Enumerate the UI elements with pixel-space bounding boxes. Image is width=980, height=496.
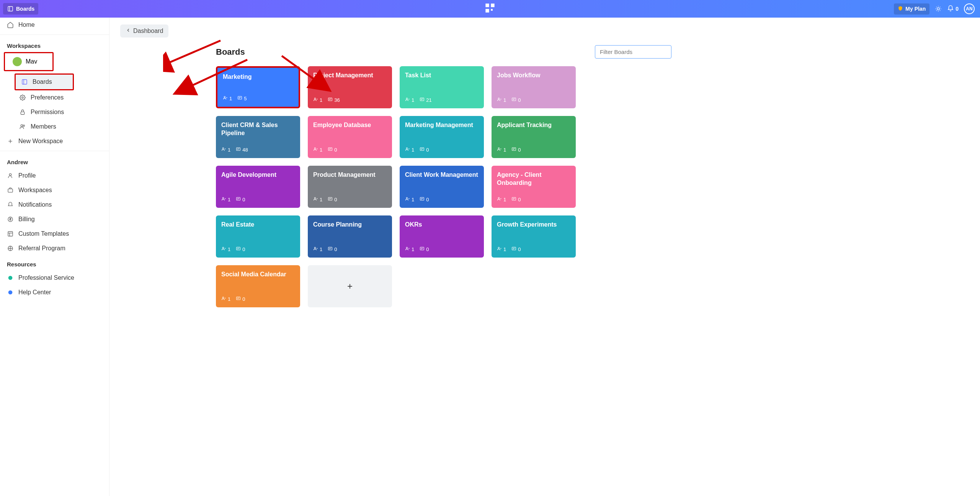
svg-point-83	[222, 247, 224, 248]
board-stats: 10	[221, 296, 295, 302]
sidebar-item-custom-templates[interactable]: Custom Templates	[0, 227, 109, 241]
cards-icon	[236, 147, 241, 153]
sidebar-item-help[interactable]: Help Center	[0, 285, 109, 300]
board-card[interactable]: OKRs10	[400, 215, 484, 258]
resources-section-label: Resources	[0, 256, 109, 271]
workspace-sub-members[interactable]: Members	[0, 119, 109, 134]
divider	[0, 34, 109, 35]
svg-line-12	[940, 10, 940, 11]
svg-rect-5	[491, 9, 493, 11]
svg-rect-18	[21, 112, 24, 114]
board-members-count: 1	[228, 147, 230, 153]
board-cards-stat: 0	[420, 246, 429, 252]
workspace-item-mav[interactable]: Mav	[4, 52, 54, 71]
board-card[interactable]: Jobs Workflow10	[492, 66, 576, 108]
workspace-sub-boards[interactable]: Boards	[15, 73, 74, 90]
board-title: Course Planning	[313, 221, 387, 229]
board-card[interactable]: Client CRM & Sales Pipeline148	[216, 116, 300, 158]
board-card[interactable]: Marketing15	[216, 66, 300, 108]
svg-rect-15	[22, 80, 27, 84]
board-card[interactable]: Course Planning10	[308, 215, 392, 258]
users-icon	[405, 196, 410, 202]
board-members-stat: 1	[221, 296, 230, 302]
board-stats: 10	[221, 196, 295, 202]
board-card[interactable]: Project Management136	[308, 66, 392, 108]
board-title: Growth Experiments	[497, 221, 570, 229]
users-icon	[405, 246, 410, 252]
svg-rect-2	[485, 3, 489, 7]
board-members-stat: 1	[221, 147, 230, 153]
svg-point-67	[222, 197, 224, 199]
board-card[interactable]: Task List121	[400, 66, 484, 108]
svg-rect-100	[237, 297, 240, 300]
board-stats: 15	[223, 95, 293, 101]
users-icon	[497, 147, 502, 153]
board-cards-count: 0	[334, 197, 337, 202]
board-stats: 10	[313, 147, 387, 153]
template-icon	[7, 230, 14, 237]
avatar-initials: AN	[966, 6, 972, 11]
sun-icon-button[interactable]	[935, 5, 942, 12]
boards-button[interactable]: Boards	[3, 3, 38, 15]
workspace-sub-label: Permissions	[31, 109, 64, 116]
board-card[interactable]: Applicant Tracking10	[492, 116, 576, 158]
board-card[interactable]: Agency - Client Onboarding10	[492, 166, 576, 208]
board-card[interactable]: Product Management10	[308, 166, 392, 208]
workspace-sub-preferences[interactable]: Preferences	[0, 90, 109, 105]
filter-boards-input[interactable]	[595, 45, 671, 59]
users-icon	[221, 296, 226, 302]
workspace-sub-label: Boards	[33, 78, 52, 85]
cards-icon	[328, 97, 333, 103]
user-section-label: Andrew	[0, 153, 109, 168]
svg-rect-0	[8, 7, 13, 11]
board-stats: 10	[497, 196, 570, 202]
board-title: Social Media Calendar	[221, 271, 295, 279]
dashboard-breadcrumb[interactable]: Dashboard	[120, 24, 168, 38]
dollar-icon	[7, 216, 14, 223]
sidebar-item-profile[interactable]: Profile	[0, 168, 109, 183]
board-cards-count: 0	[426, 197, 429, 202]
board-card[interactable]: Client Work Management10	[400, 166, 484, 208]
board-card[interactable]: Real Estate10	[216, 215, 300, 258]
board-title: Agency - Client Onboarding	[497, 171, 570, 187]
cards-icon	[420, 246, 425, 252]
board-card[interactable]: Social Media Calendar10	[216, 265, 300, 307]
board-card[interactable]: Employee Database10	[308, 116, 392, 158]
board-card[interactable]: Agile Development10	[216, 166, 300, 208]
sidebar-item-new-workspace[interactable]: New Workspace	[0, 134, 109, 148]
svg-point-71	[314, 197, 315, 199]
sidebar-item-workspaces[interactable]: Workspaces	[0, 183, 109, 197]
sidebar-item-notifications[interactable]: Notifications	[0, 197, 109, 212]
users-icon	[405, 147, 410, 153]
sidebar-item-professional[interactable]: Professional Service	[0, 271, 109, 285]
chevron-left-icon	[126, 28, 131, 34]
cards-icon	[236, 196, 241, 202]
my-plan-button[interactable]: My Plan	[894, 3, 929, 15]
add-board-card[interactable]: +	[308, 265, 392, 307]
logo[interactable]	[485, 3, 495, 15]
board-members-count: 1	[503, 147, 506, 153]
board-members-stat: 1	[405, 97, 414, 103]
avatar[interactable]: AN	[964, 3, 975, 14]
board-cards-count: 0	[242, 197, 245, 202]
workspace-name: Mav	[26, 58, 37, 65]
sidebar-item-billing[interactable]: Billing	[0, 212, 109, 227]
board-card[interactable]: Growth Experiments10	[492, 215, 576, 258]
workspace-sub-permissions[interactable]: Permissions	[0, 105, 109, 119]
sidebar-item-home[interactable]: Home	[0, 18, 109, 32]
notifications-button[interactable]: 0	[947, 5, 959, 13]
board-card[interactable]: Marketing Management10	[400, 116, 484, 158]
cards-icon	[236, 296, 241, 302]
board-title: Applicant Tracking	[497, 121, 570, 129]
board-cards-stat: 0	[511, 97, 521, 103]
svg-point-95	[498, 247, 499, 248]
board-cards-stat: 36	[328, 97, 340, 103]
board-stats: 136	[313, 97, 387, 103]
board-members-count: 1	[320, 197, 322, 202]
board-members-count: 1	[320, 147, 322, 153]
sidebar-item-referral[interactable]: Referral Program	[0, 241, 109, 256]
board-members-stat: 1	[223, 95, 232, 101]
board-stats: 121	[405, 97, 479, 103]
board-members-stat: 1	[405, 147, 414, 153]
board-cards-count: 48	[242, 147, 248, 153]
